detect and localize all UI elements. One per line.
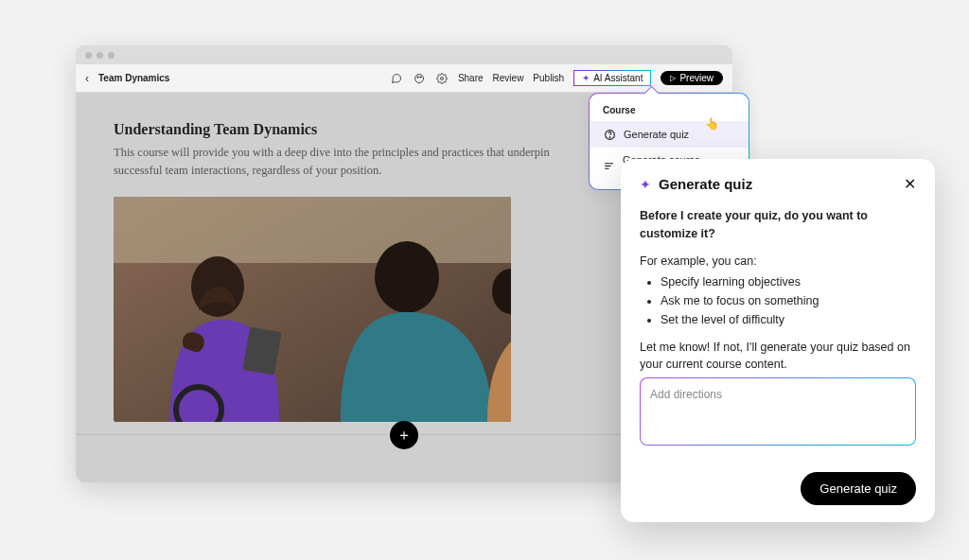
share-link[interactable]: Share bbox=[458, 73, 484, 83]
ai-assistant-button[interactable]: ✦ AI Assistant bbox=[573, 70, 651, 86]
panel-question: Before I create your quiz, do you want t… bbox=[640, 207, 916, 243]
panel-lead-in: For example, you can: bbox=[640, 253, 916, 271]
sparkle-icon: ✦ bbox=[640, 177, 651, 192]
generate-quiz-panel: ✦ Generate quiz ✕ Before I create your q… bbox=[621, 159, 935, 522]
summary-icon bbox=[603, 159, 615, 172]
traffic-light-minimize[interactable] bbox=[97, 52, 103, 59]
preview-button[interactable]: ▷ Preview bbox=[661, 71, 723, 85]
panel-bullet: Ask me to focus on something bbox=[661, 292, 916, 310]
directions-placeholder: Add directions bbox=[650, 388, 722, 401]
generate-quiz-button[interactable]: Generate quiz bbox=[801, 472, 916, 505]
sparkle-icon: ✦ bbox=[582, 73, 590, 83]
directions-input[interactable]: Add directions bbox=[640, 377, 916, 446]
panel-title: Generate quiz bbox=[659, 176, 896, 192]
ai-assistant-label: AI Assistant bbox=[593, 73, 643, 83]
preview-label: Preview bbox=[679, 73, 714, 83]
close-icon: ✕ bbox=[904, 176, 916, 192]
topbar: ‹ Team Dynamics Share Review Publish ✦ A… bbox=[76, 64, 732, 93]
svg-point-12 bbox=[609, 136, 610, 137]
course-hero-image[interactable] bbox=[114, 197, 511, 422]
panel-footer: Generate quiz bbox=[640, 472, 916, 505]
quiz-icon bbox=[603, 128, 616, 141]
comment-icon[interactable] bbox=[390, 72, 403, 85]
close-button[interactable]: ✕ bbox=[904, 177, 916, 192]
panel-bullet: Specify learning objectives bbox=[661, 273, 916, 291]
menu-item-generate-quiz[interactable]: Generate quiz bbox=[590, 121, 749, 148]
palette-icon[interactable] bbox=[413, 72, 426, 85]
panel-bullet-list: Specify learning objectives Ask me to fo… bbox=[661, 273, 916, 328]
traffic-light-close[interactable] bbox=[85, 52, 92, 59]
play-icon: ▷ bbox=[670, 74, 676, 82]
panel-body: Before I create your quiz, do you want t… bbox=[640, 207, 916, 459]
svg-point-0 bbox=[414, 74, 423, 82]
menu-section-label: Course bbox=[590, 103, 749, 121]
page-subtitle[interactable]: This course will provide you with a deep… bbox=[114, 144, 568, 180]
publish-link[interactable]: Publish bbox=[533, 73, 564, 83]
svg-point-2 bbox=[420, 76, 422, 78]
review-link[interactable]: Review bbox=[493, 73, 524, 83]
traffic-light-zoom[interactable] bbox=[108, 52, 115, 59]
add-block-button[interactable]: ＋ bbox=[390, 421, 418, 449]
svg-point-3 bbox=[440, 77, 443, 79]
plus-icon: ＋ bbox=[396, 426, 412, 446]
svg-rect-5 bbox=[114, 197, 511, 263]
svg-point-9 bbox=[375, 241, 439, 313]
menu-item-label: Generate quiz bbox=[624, 129, 689, 140]
panel-bullet: Set the level of difficulty bbox=[661, 311, 916, 329]
course-name: Team Dynamics bbox=[98, 73, 169, 83]
settings-icon[interactable] bbox=[435, 72, 449, 85]
back-chevron-icon[interactable]: ‹ bbox=[85, 72, 89, 85]
panel-trailer: Let me know! If not, I'll generate your … bbox=[640, 339, 916, 375]
panel-header: ✦ Generate quiz ✕ bbox=[640, 176, 916, 192]
window-titlebar bbox=[76, 45, 732, 64]
svg-point-1 bbox=[417, 76, 419, 78]
